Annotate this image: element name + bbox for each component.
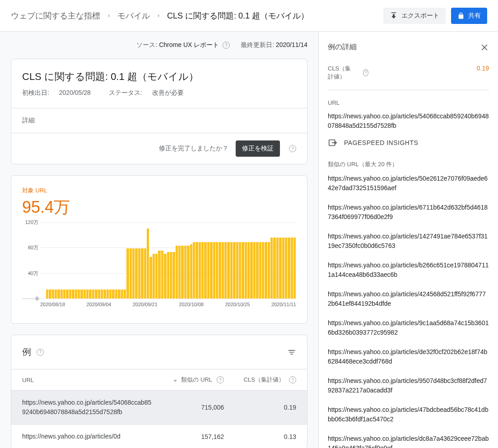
chart-bar [149, 257, 152, 299]
export-button[interactable]: エクスポート [383, 8, 446, 24]
chart-bar [279, 238, 281, 299]
breadcrumb-item[interactable]: モバイル [117, 10, 150, 21]
chart-bar [181, 246, 183, 299]
chart-bar [187, 246, 189, 299]
similar-url-item[interactable]: https://news.yahoo.co.jp/articles/6711b6… [328, 203, 489, 222]
chart-bar [190, 244, 192, 299]
detail-metric-value: 0.19 [477, 65, 489, 72]
chart-bar [250, 242, 252, 299]
chart-bar [78, 289, 80, 299]
meta-row: ソース: Chrome UX レポート ? 最終更新日: 2020/11/14 [0, 32, 318, 59]
chart-bar [207, 242, 209, 299]
chart-bar [164, 254, 166, 299]
table-row[interactable]: https://news.yahoo.co.jp/articles/0d157,… [11, 424, 307, 448]
similar-url-item[interactable]: https://news.yahoo.co.jp/articles/dc8a7a… [328, 434, 489, 448]
source-label: ソース: [136, 41, 157, 48]
similar-url-item[interactable]: https://news.yahoo.co.jp/articles/b266c6… [328, 261, 489, 280]
chart-bar [256, 242, 258, 299]
col-cls[interactable]: CLS（集計値） ? [224, 376, 296, 384]
similar-url-item[interactable]: https://news.yahoo.co.jp/articles/50e261… [328, 174, 489, 193]
chart-bar [98, 289, 100, 299]
lock-icon [457, 12, 465, 19]
detail-title: 例の詳細 [328, 42, 357, 52]
chart-bar [101, 289, 103, 299]
chart-bar [69, 289, 71, 299]
y-axis-label: 40万 [22, 270, 38, 276]
chart-bar [273, 238, 275, 299]
similar-url-item[interactable]: https://news.yahoo.co.jp/articles/9c1aa5… [328, 318, 489, 337]
row-cls-value: 0.13 [224, 433, 296, 440]
fix-action-row: 修正を完了しましたか？ 修正を検証 ? [11, 133, 307, 164]
updated-value: 2020/11/14 [276, 41, 307, 48]
chart-bar [210, 242, 212, 299]
chart-bar [236, 242, 238, 299]
help-icon[interactable]: ? [217, 376, 224, 383]
chart-bar [80, 289, 83, 299]
chart-bar [245, 242, 247, 299]
share-button[interactable]: 共有 [451, 8, 487, 24]
chart-bar [107, 289, 109, 299]
x-axis-label: 2020/09/21 [133, 302, 158, 307]
source-value: Chrome UX レポート [159, 41, 219, 48]
table-header: URL 類似の URL ? CLS（集計値） ? [11, 369, 307, 390]
validate-fix-button[interactable]: 修正を検証 [236, 140, 280, 157]
examples-card: 例 ? URL 類似の URL ? CLS（集計値） [11, 335, 307, 448]
chart-bar [259, 242, 261, 299]
row-url: https://news.yahoo.co.jp/articles/0d [22, 432, 161, 441]
detail-url-value: https://news.yahoo.co.jp/articles/54068c… [328, 112, 489, 131]
similar-url-item[interactable]: https://news.yahoo.co.jp/articles/142749… [328, 232, 489, 251]
chart-bar [184, 246, 186, 299]
y-axis-label: 0 [22, 296, 38, 301]
details-link[interactable]: 詳細 [11, 108, 307, 133]
chart-bar [285, 238, 287, 299]
sort-arrow-down-icon [172, 377, 178, 383]
row-similar-count: 157,162 [161, 433, 224, 440]
col-similar[interactable]: 類似の URL ? [161, 376, 224, 384]
chart-bar [147, 229, 149, 299]
issue-title: CLS に関する問題: 0.1 超（モバイル） [22, 70, 296, 84]
chart-bar [170, 252, 172, 299]
col-url[interactable]: URL [22, 377, 161, 383]
main-content: ソース: Chrome UX レポート ? 最終更新日: 2020/11/14 … [0, 32, 498, 448]
chart-bar [172, 252, 175, 299]
similar-url-item[interactable]: https://news.yahoo.co.jp/articles/de32f0… [328, 347, 489, 366]
x-axis-label: 2020/11/11 [271, 302, 296, 307]
chart-bar [55, 289, 57, 299]
url-trend-chart: 040万80万120万 2020/08/182020/09/042020/09/… [22, 222, 296, 313]
chart-bar [193, 242, 195, 299]
table-row[interactable]: https://news.yahoo.co.jp/articles/54068c… [11, 390, 307, 424]
download-icon [390, 12, 398, 20]
chart-bar [66, 289, 68, 299]
help-icon[interactable]: ? [289, 145, 296, 152]
filter-icon[interactable] [287, 348, 296, 357]
chart-bar [233, 242, 235, 299]
close-icon[interactable] [480, 43, 489, 52]
chart-bar [293, 238, 296, 299]
chart-bar [103, 289, 106, 299]
pagespeed-insights-link[interactable]: PAGESPEED INSIGHTS [328, 138, 489, 148]
chart-bar [49, 289, 51, 299]
help-icon[interactable]: ? [289, 376, 296, 383]
header-actions: エクスポート 共有 [383, 8, 487, 24]
chart-bar [126, 248, 129, 299]
chart-bar [219, 242, 221, 299]
breadcrumb-item[interactable]: ウェブに関する主な指標 [11, 10, 100, 21]
similar-url-item[interactable]: https://news.yahoo.co.jp/articles/424568… [328, 289, 489, 308]
breadcrumb: ウェブに関する主な指標 モバイル CLS に関する問題: 0.1 超（モバイル） [11, 10, 309, 21]
chart-bar [270, 238, 273, 299]
open-external-icon [328, 138, 338, 148]
similar-url-item[interactable]: https://news.yahoo.co.jp/articles/9507d4… [328, 376, 489, 395]
similar-url-item[interactable]: https://news.yahoo.co.jp/articles/47bdcb… [328, 405, 489, 424]
chart-bar [158, 251, 160, 299]
chart-bar [178, 246, 181, 299]
chart-bar [268, 242, 270, 299]
help-icon[interactable]: ? [223, 42, 230, 49]
help-icon[interactable]: ? [363, 69, 368, 76]
help-icon[interactable]: ? [37, 349, 44, 356]
chart-bar [121, 289, 123, 299]
chart-bar [95, 289, 97, 299]
chart-bar [118, 289, 120, 299]
detail-metric-row: CLS（集計値） ? 0.19 [328, 65, 489, 90]
chart-bar [227, 242, 229, 299]
chart-bar [92, 289, 94, 299]
